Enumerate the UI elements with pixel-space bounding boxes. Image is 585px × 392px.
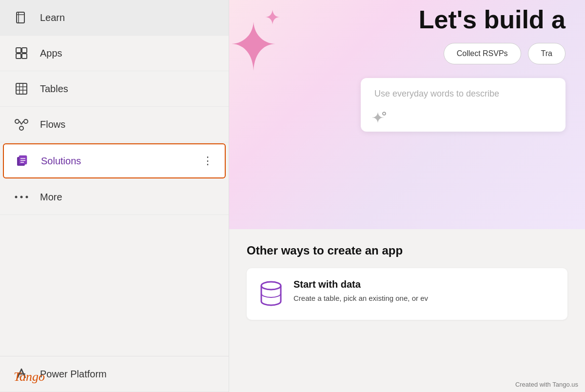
track-button[interactable]: Tra — [528, 43, 566, 64]
svg-point-13 — [24, 119, 28, 123]
sidebar-item-learn[interactable]: Learn — [0, 0, 229, 36]
svg-rect-16 — [19, 156, 27, 164]
hero-section: Let's build a Collect RSVPs Tra Use ever… — [229, 0, 585, 229]
sparkle-small-icon — [264, 9, 281, 25]
svg-rect-6 — [22, 54, 27, 59]
book-icon — [14, 10, 29, 25]
table-icon — [14, 81, 29, 97]
flows-icon — [14, 117, 29, 132]
start-with-data-card[interactable]: Start with data Create a table, pick an … — [247, 268, 567, 320]
solutions-options-icon[interactable]: ⋮ — [202, 155, 214, 167]
ai-sparkle-icon — [371, 111, 387, 125]
sidebar-item-more-label: More — [40, 192, 62, 203]
svg-point-22 — [26, 196, 28, 198]
hero-title: Let's build a — [419, 5, 566, 34]
sidebar-item-solutions-label: Solutions — [41, 156, 81, 167]
collect-rsvps-button[interactable]: Collect RSVPs — [444, 43, 521, 64]
sidebar-item-flows[interactable]: Flows — [0, 107, 229, 142]
svg-rect-4 — [22, 48, 27, 53]
sparkle-large-icon — [229, 20, 278, 73]
sidebar-item-apps-label: Apps — [40, 48, 62, 59]
sidebar-item-more[interactable]: More — [0, 179, 229, 215]
sidebar-item-learn-label: Learn — [40, 12, 65, 23]
bottom-section: Other ways to create an app Start with d… — [229, 229, 585, 392]
svg-point-12 — [15, 119, 19, 123]
tango-logo: Tango — [14, 370, 45, 384]
sidebar-item-flows-label: Flows — [40, 119, 65, 130]
svg-rect-3 — [16, 48, 21, 53]
ai-input-box[interactable]: Use everyday words to describe — [361, 78, 566, 132]
sidebar-item-solutions[interactable]: Solutions ⋮ — [3, 143, 226, 178]
svg-rect-0 — [17, 12, 24, 23]
sidebar-item-tables[interactable]: Tables — [0, 71, 229, 107]
more-dots-icon — [14, 189, 29, 205]
main-content: Let's build a Collect RSVPs Tra Use ever… — [229, 0, 585, 392]
svg-rect-5 — [16, 54, 21, 59]
solutions-icon — [15, 153, 30, 169]
card-content: Start with data Create a table, pick an … — [293, 279, 428, 304]
section-title: Other ways to create an app — [247, 244, 567, 257]
created-with-label: Created with Tango.us — [515, 381, 578, 388]
card-desc: Create a table, pick an existing one, or… — [293, 293, 428, 304]
sidebar-item-tables-label: Tables — [40, 83, 68, 95]
svg-point-20 — [15, 196, 18, 198]
sidebar-item-power-platform-label: Power Platform — [40, 369, 107, 380]
sidebar: Learn Apps Tables — [0, 0, 229, 392]
svg-point-14 — [20, 126, 23, 130]
svg-rect-7 — [16, 83, 27, 94]
database-icon — [258, 279, 284, 309]
grid-apps-icon — [14, 45, 29, 61]
sidebar-item-apps[interactable]: Apps — [0, 36, 229, 71]
svg-point-21 — [20, 196, 23, 198]
svg-point-24 — [261, 282, 281, 290]
card-title: Start with data — [293, 279, 428, 290]
hero-buttons: Collect RSVPs Tra — [444, 43, 566, 64]
ai-input-placeholder: Use everyday words to describe — [374, 89, 499, 98]
